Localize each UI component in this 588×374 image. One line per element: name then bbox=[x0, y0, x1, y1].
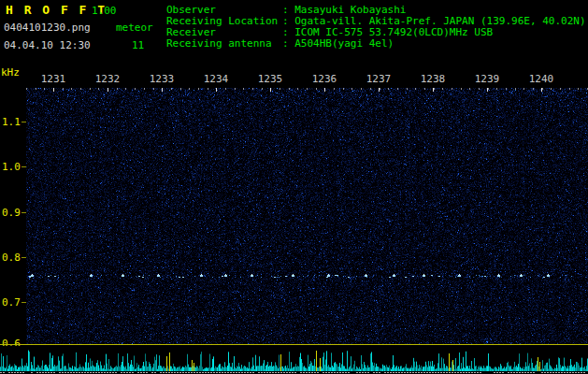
y-tick-label: 1.0 bbox=[2, 162, 22, 172]
spectrogram-baseline-divider bbox=[0, 344, 588, 345]
x-tick-label: 1235 bbox=[256, 74, 284, 84]
y-tick-label: 0.8 bbox=[2, 252, 22, 263]
echo-count: 11 bbox=[132, 40, 144, 50]
y-tick-label: 0.9 bbox=[2, 208, 22, 218]
observation-info: Observer : Masayuki Kobayashi Receiving … bbox=[166, 5, 586, 50]
mode-label: meteor bbox=[116, 22, 153, 33]
antenna-value: : A504HB(yagi 4el) bbox=[282, 38, 394, 50]
antenna-label: Receiving antenna bbox=[166, 38, 282, 50]
datetime-label: 04.04.10 12:30 bbox=[4, 40, 91, 50]
x-tick-label: 1234 bbox=[202, 74, 230, 84]
x-tick-label: 1238 bbox=[419, 74, 447, 84]
x-tick-label: 1237 bbox=[365, 74, 393, 84]
x-tick-label: 1232 bbox=[93, 74, 122, 84]
y-tick-label: 0.7 bbox=[2, 297, 22, 308]
signal-strip-canvas bbox=[0, 346, 588, 374]
x-tick-label: 1233 bbox=[148, 74, 176, 84]
x-tick-label: 1240 bbox=[527, 74, 555, 84]
hrofft-screen: H R O F F T 1.00 0404101230.png meteor 0… bbox=[0, 0, 588, 374]
y-tick-label: 1.1 bbox=[2, 117, 22, 127]
info-row-antenna: Receiving antenna : A504HB(yagi 4el) bbox=[166, 38, 586, 50]
output-filename: 0404101230.png bbox=[4, 22, 91, 33]
x-tick-label: 1239 bbox=[473, 74, 501, 84]
app-version: 1.00 bbox=[92, 6, 117, 16]
y-axis-unit: kHz bbox=[1, 67, 20, 78]
x-tick-label: 1236 bbox=[310, 74, 338, 84]
x-tick-label: 1231 bbox=[39, 74, 67, 84]
spectrogram-canvas bbox=[26, 88, 588, 344]
